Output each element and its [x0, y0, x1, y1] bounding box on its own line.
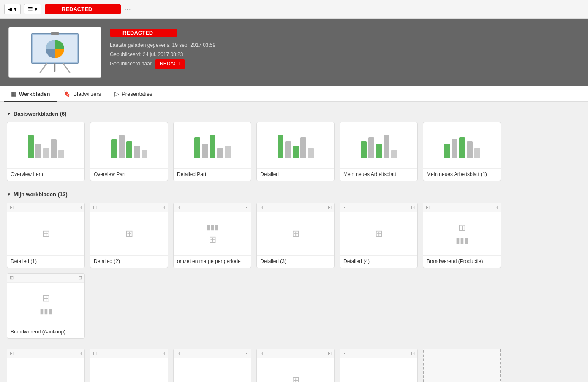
bar-chart-icon: ▮▮▮: [206, 222, 219, 232]
card-label: Detailed Part: [174, 168, 251, 181]
basis-card-detailed[interactable]: Detailed: [256, 122, 335, 181]
card-preview: [90, 122, 168, 168]
card-header-bar: ⊡⊡: [340, 349, 417, 358]
bar: [467, 141, 473, 158]
mijn-card-detailed-4[interactable]: ⊡⊡⊞Detailed (4): [340, 203, 418, 268]
back-button[interactable]: ◀ ▾: [4, 4, 21, 14]
my-card-label: Brandwerend (Aankoop): [7, 326, 84, 338]
table-icon: ⊞: [292, 375, 299, 382]
tab-presentaties[interactable]: ▷ Presentaties: [108, 86, 159, 102]
basis-card-mein-neues-1[interactable]: Mein neues Arbeitsblatt: [340, 122, 418, 181]
table-icon: ⊞: [125, 228, 133, 239]
my-card-label: Detailed (4): [340, 255, 417, 268]
card-label: Mein neues Arbeitsblatt (1): [423, 168, 501, 181]
presentation-board-icon: [25, 31, 84, 73]
published-to-row: Gepubliceerd naar: REDACT: [110, 59, 215, 69]
bar: [134, 146, 140, 158]
tabs-bar: ▦ Werkbladen 🔖 Bladwijzers ▷ Presentatie…: [0, 86, 588, 102]
mijn-card-brandwerend-aank[interactable]: ⊡⊡⊞▮▮▮Brandwerend (Aankoop): [7, 273, 85, 339]
table-icon: ⊞: [42, 228, 50, 239]
mijn-bottom-card-4[interactable]: ⊡⊡▮▮▮: [340, 349, 418, 382]
table-icon: ⊞: [292, 228, 299, 239]
basis-card-overview-item[interactable]: Overview Item: [7, 122, 85, 181]
bar: [202, 144, 208, 158]
bar: [293, 146, 299, 158]
basis-card-detailed-part[interactable]: Detailed Part: [173, 122, 251, 181]
bar: [285, 141, 291, 158]
workbook-title: REDACTED: [110, 29, 177, 37]
mijn-bottom-card-1[interactable]: ⊡⊡⊞: [90, 349, 168, 382]
my-card-label: omzet en marge per periode: [174, 255, 251, 268]
toolbar: ◀ ▾ ☰ ▾ REDACTED ⋯: [0, 0, 588, 19]
card-header-bar: ⊡⊡: [174, 349, 251, 358]
basiswerkbladen-header: ▼ Basiswerkbladen (6): [7, 111, 581, 117]
card-header-bar: ⊡⊡: [174, 203, 251, 212]
bar: [384, 135, 389, 158]
mijn-bottom-card-5[interactable]: [423, 349, 501, 382]
mijn-bottom-card-3[interactable]: ⊡⊡⊞▮▮▮: [256, 349, 335, 382]
tab-bladwijzers[interactable]: 🔖 Bladwijzers: [57, 86, 108, 102]
mini-bar-chart: [28, 133, 64, 158]
collapse-triangle[interactable]: ▼: [7, 111, 11, 116]
presentaties-icon: ▷: [114, 90, 119, 97]
mijn-card-detailed-3[interactable]: ⊡⊡⊞Detailed (3): [256, 203, 335, 268]
bar: [368, 137, 374, 158]
svg-rect-6: [51, 32, 59, 35]
basis-card-mein-neues-2[interactable]: Mein neues Arbeitsblatt (1): [423, 122, 501, 181]
back-icon: ◀: [8, 6, 12, 12]
bar: [225, 146, 231, 158]
mijn-collapse-triangle[interactable]: ▼: [7, 192, 11, 197]
card-header-bar: ⊡⊡: [90, 349, 168, 358]
mijn-card-detailed-1[interactable]: ⊡⊡⊞Detailed (1): [7, 203, 85, 268]
table-icon: ⊞: [209, 234, 216, 245]
bladwijzers-icon: 🔖: [63, 90, 71, 97]
my-card-preview: ⊞: [90, 212, 168, 255]
my-card-label: Detailed (2): [90, 255, 168, 268]
bar: [459, 137, 465, 158]
my-card-preview: ▮▮▮: [340, 358, 417, 382]
mini-bar-chart: [361, 133, 397, 158]
card-preview: [257, 122, 334, 168]
basiswerkbladen-grid: Overview ItemOverview PartDetailed PartD…: [7, 122, 581, 181]
header-info: REDACTED Laatste geladen gegevens: 19 se…: [110, 27, 215, 69]
mini-bar-chart: [278, 133, 314, 158]
werkbladen-icon: ▦: [11, 90, 16, 97]
bar: [361, 141, 367, 158]
bar: [300, 137, 306, 158]
bar: [376, 144, 382, 158]
mijnwerkbladen-grid: ⊡⊡⊞Detailed (1)⊡⊡⊞Detailed (2)⊡⊡▮▮▮⊞omze…: [7, 203, 581, 339]
bar: [474, 148, 480, 158]
content-area: ▼ Basiswerkbladen (6) Overview ItemOverv…: [0, 102, 588, 382]
bar: [210, 135, 215, 158]
header-section: REDACTED Laatste geladen gegevens: 19 se…: [0, 19, 588, 86]
card-header-bar: ⊡⊡: [90, 203, 168, 212]
mijn-card-detailed-2[interactable]: ⊡⊡⊞Detailed (2): [90, 203, 168, 268]
svg-line-2: [40, 64, 46, 73]
mijn-bottom-card-0[interactable]: ⊡⊡⊞: [7, 349, 85, 382]
card-label: Overview Item: [7, 168, 84, 181]
tab-werkbladen[interactable]: ▦ Werkbladen: [4, 86, 57, 102]
bar: [51, 139, 57, 158]
table-icon: ⊞: [42, 293, 50, 304]
card-header-bar: ⊡⊡: [423, 203, 501, 212]
card-preview: [174, 122, 251, 168]
table-icon: ⊞: [209, 381, 216, 382]
my-card-preview: ⊞: [340, 212, 417, 255]
basis-card-overview-part[interactable]: Overview Part: [90, 122, 168, 181]
bar: [119, 135, 125, 158]
svg-line-3: [63, 64, 70, 73]
app-title: REDACTED: [45, 4, 121, 14]
my-card-preview: ⊞▮▮▮: [257, 358, 334, 382]
my-card-label: Brandwerend (Productie): [423, 255, 501, 268]
mijnwerkbladen-bottom-grid: ⊡⊡⊞⊡⊡⊞⊡⊡⊞⊡⊡⊞▮▮▮⊡⊡▮▮▮: [7, 349, 581, 382]
mijn-bottom-card-2[interactable]: ⊡⊡⊞: [173, 349, 251, 382]
bar: [58, 150, 64, 158]
bar: [126, 141, 132, 158]
my-card-preview: ⊞▮▮▮: [7, 283, 84, 326]
mijn-card-omzet[interactable]: ⊡⊡▮▮▮⊞omzet en marge per periode: [173, 203, 251, 268]
menu-button[interactable]: ☰ ▾: [24, 4, 41, 14]
table-icon: ⊞: [375, 228, 383, 239]
mijn-card-brandwerend-prod[interactable]: ⊡⊡⊞▮▮▮Brandwerend (Productie): [423, 203, 501, 268]
my-card-label: Detailed (3): [257, 255, 334, 268]
mini-bar-chart: [444, 133, 480, 158]
